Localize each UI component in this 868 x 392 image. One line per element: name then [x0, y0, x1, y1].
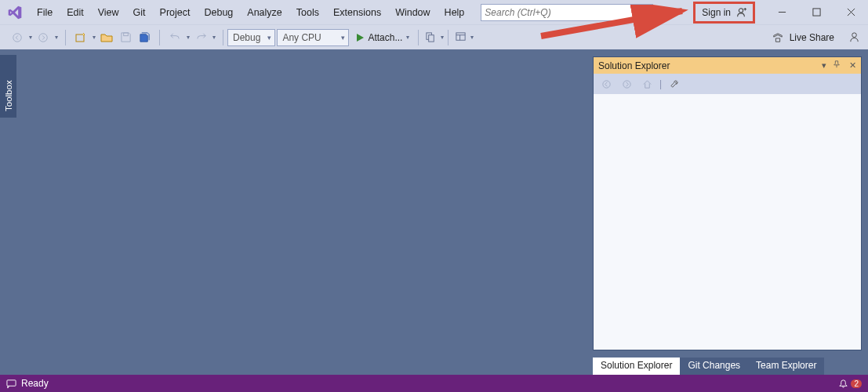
- solution-explorer-panel: Solution Explorer ▾ ✕ |: [593, 56, 862, 350]
- tab-solution-explorer[interactable]: Solution Explorer: [593, 358, 680, 375]
- menubar-right: Sign in: [693, 0, 868, 24]
- solution-explorer-titlebar[interactable]: Solution Explorer ▾ ✕: [594, 57, 861, 74]
- menu-analyze[interactable]: Analyze: [240, 4, 289, 21]
- svg-rect-21: [7, 379, 16, 385]
- config-combo[interactable]: Debug: [227, 29, 275, 46]
- feedback-icon[interactable]: [848, 31, 860, 43]
- sign-in-button[interactable]: Sign in: [693, 2, 755, 24]
- menu-file[interactable]: File: [30, 4, 60, 21]
- undo-icon[interactable]: [167, 30, 183, 45]
- svg-point-2: [739, 8, 743, 12]
- live-share-icon: [772, 32, 783, 43]
- back-icon[interactable]: [9, 30, 25, 45]
- tab-git-changes[interactable]: Git Changes: [680, 358, 748, 375]
- svg-rect-11: [76, 34, 84, 42]
- menu-project[interactable]: Project: [153, 4, 198, 21]
- attach-button[interactable]: Attach...▾: [350, 29, 414, 46]
- notifications-button[interactable]: 2: [838, 379, 862, 389]
- menu-view[interactable]: View: [91, 4, 126, 21]
- panel-dropdown-icon[interactable]: ▾: [819, 60, 830, 71]
- menu-git[interactable]: Git: [126, 4, 153, 21]
- svg-point-18: [852, 33, 857, 38]
- live-share-button[interactable]: Live Share: [790, 32, 834, 43]
- svg-point-10: [39, 33, 48, 42]
- attach-label: Attach...: [368, 32, 402, 43]
- svg-rect-6: [812, 9, 819, 16]
- solution-home-icon[interactable]: [639, 76, 655, 92]
- window-close-button[interactable]: [833, 2, 868, 24]
- svg-rect-14: [429, 35, 434, 42]
- window-layout-icon[interactable]: [452, 30, 468, 45]
- solution-back-icon[interactable]: [598, 76, 614, 92]
- find-in-files-icon[interactable]: [423, 30, 438, 45]
- status-chat-icon: [6, 379, 16, 389]
- new-project-icon[interactable]: [73, 30, 89, 45]
- svg-point-0: [640, 8, 646, 14]
- svg-rect-12: [123, 33, 128, 36]
- window-minimize-button[interactable]: [764, 2, 799, 24]
- open-file-icon[interactable]: [99, 30, 114, 45]
- platform-combo[interactable]: Any CPU: [277, 29, 349, 46]
- solution-tabstrip: Solution Explorer Git Changes Team Explo…: [593, 358, 862, 375]
- search-icon: [638, 7, 649, 18]
- svg-point-19: [602, 80, 609, 87]
- tab-team-explorer[interactable]: Team Explorer: [748, 358, 824, 375]
- svg-point-9: [13, 33, 22, 42]
- quick-search-box[interactable]: [481, 4, 653, 21]
- menu-tools[interactable]: Tools: [289, 4, 326, 21]
- panel-pin-icon[interactable]: [833, 60, 844, 71]
- menu-debug[interactable]: Debug: [197, 4, 240, 21]
- window-maximize-button[interactable]: [799, 2, 833, 24]
- redo-icon[interactable]: [193, 30, 209, 45]
- sign-in-label: Sign in: [702, 7, 731, 18]
- solution-properties-icon[interactable]: [666, 76, 682, 92]
- solution-explorer-body: [594, 94, 861, 350]
- status-bar: Ready 2: [0, 375, 868, 392]
- standard-toolbar: ▾ ▾ ▾ ▾ ▾ Debug Any CPU Attach...▾ ▾ ▾ L…: [0, 24, 868, 49]
- menu-bar: File Edit View Git Project Debug Analyze…: [0, 0, 868, 24]
- solution-forward-icon[interactable]: [619, 76, 634, 92]
- menu-edit[interactable]: Edit: [60, 4, 91, 21]
- status-text: Ready: [21, 378, 49, 389]
- forward-icon[interactable]: [35, 30, 51, 45]
- play-icon: [355, 33, 365, 42]
- save-icon[interactable]: [118, 30, 133, 45]
- menu-window[interactable]: Window: [388, 4, 437, 21]
- menu-help[interactable]: Help: [438, 4, 472, 21]
- menu-extensions[interactable]: Extensions: [326, 4, 388, 21]
- svg-line-1: [645, 13, 648, 16]
- svg-point-20: [623, 80, 630, 87]
- user-add-icon: [735, 7, 746, 18]
- visual-studio-logo-icon: [6, 4, 24, 21]
- panel-close-icon[interactable]: ✕: [847, 60, 858, 71]
- notification-count: 2: [851, 379, 862, 388]
- solution-explorer-title: Solution Explorer: [598, 60, 670, 71]
- toolbox-tab[interactable]: Toolbox: [0, 55, 16, 118]
- search-input[interactable]: [485, 7, 638, 18]
- svg-rect-15: [456, 33, 465, 40]
- solution-explorer-toolbar: |: [594, 74, 861, 94]
- save-all-icon[interactable]: [136, 30, 152, 45]
